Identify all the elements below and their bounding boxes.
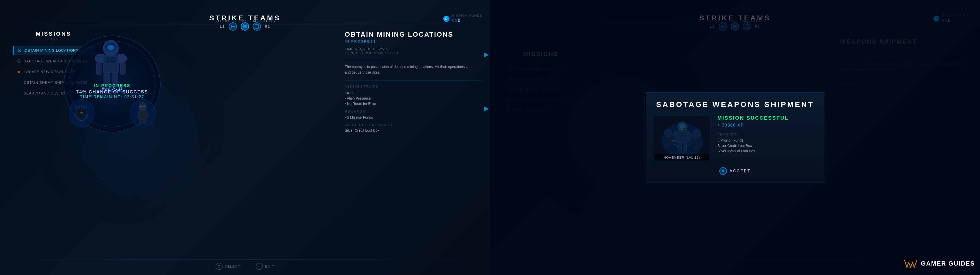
svg-point-11 [108, 46, 113, 50]
svg-rect-26 [137, 111, 140, 118]
left-nav-icon-3[interactable] [253, 22, 261, 30]
left-nav-icon-2[interactable] [241, 22, 249, 30]
left-divider-1 [345, 60, 482, 60]
svg-rect-55 [692, 139, 694, 145]
svg-rect-18 [120, 62, 126, 75]
right-modal-accept-btn[interactable]: ✕ ACCEPT [654, 167, 816, 175]
svg-rect-28 [139, 119, 142, 124]
right-modal-agent-name: November (LVL 12) [654, 154, 710, 161]
left-agent-secondary-right [130, 99, 156, 127]
left-funds-icon: ⬡ [443, 16, 450, 22]
left-progress-text: 74% CHANCE OF SUCCESS [76, 89, 148, 95]
svg-rect-58 [697, 146, 700, 151]
left-nav-arrow-down[interactable]: ▶ [484, 105, 489, 112]
right-modal-reward-2: Silver Material Loot Box [718, 149, 816, 153]
svg-rect-42 [669, 144, 671, 149]
svg-rect-38 [665, 137, 671, 145]
svg-point-4 [19, 50, 20, 51]
right-modal-success: MISSION SUCCESSFUL [718, 115, 816, 121]
left-time-req-val: 02:51:29 [377, 47, 392, 51]
left-mission-icon-2 [17, 70, 21, 74]
left-mission-funds: ⬡ MISSION FUNDS 110 [443, 14, 482, 24]
left-rewards-label: REWARDS: [345, 110, 482, 113]
left-mission-text-4: SEARCH AND DESTROY [24, 91, 70, 95]
left-header: STRIKE TEAMS L1 R1 ⬡ [0, 0, 490, 21]
right-modal-content: November (LVL 12) MISSION SUCCESSFUL + 3… [654, 115, 816, 161]
right-modal-title: SABOTAGE WEAPONS SHIPMENT [654, 100, 816, 109]
svg-point-1 [232, 26, 234, 27]
left-r1-btn[interactable]: R1 [265, 24, 270, 29]
right-panel: STRIKE TEAMS L1 R1 ⬡ MI [490, 0, 980, 275]
right-modal-xp: + 33000 XP [718, 123, 816, 127]
left-pathfinder-0: Silver Credit Loot Box [345, 128, 482, 132]
right-modal-box: SABOTAGE WEAPONS SHIPMENT [646, 92, 824, 183]
svg-text:★: ★ [80, 111, 83, 115]
right-modal-image: November (LVL 12) [654, 115, 710, 161]
right-modal-reward-1: Silver Credit Loot Box [718, 144, 816, 148]
left-alien-svg [132, 102, 153, 125]
left-bottom-select[interactable]: ⬡ SELECT [216, 263, 241, 270]
svg-rect-29 [143, 119, 146, 124]
watermark-logo-svg [903, 257, 918, 270]
left-trait-0: Kett [345, 91, 482, 95]
svg-rect-17 [96, 62, 102, 75]
svg-rect-48 [674, 133, 678, 141]
left-mission-icon-1 [17, 59, 21, 64]
left-nav-arrow-up[interactable]: ▶ [484, 51, 489, 58]
left-trait-1: Alien Presence [345, 96, 482, 100]
svg-point-37 [664, 129, 672, 138]
svg-rect-41 [665, 144, 668, 149]
left-mission-icon-4 [17, 91, 21, 95]
left-pathfinder-label: PATHFINDER REWARDS: [345, 123, 482, 127]
left-l1-btn[interactable]: L1 [220, 24, 225, 29]
right-modal-rewards-label: REWARDS: [718, 133, 816, 136]
right-accept-label: ACCEPT [730, 169, 751, 173]
left-detail-time-req: TIME REQUIRED: 02:51:29 [345, 47, 482, 51]
left-trait-2: No Room for Error [345, 102, 482, 106]
left-bottom-exit[interactable]: ○ EXIT [256, 263, 274, 270]
svg-rect-25 [139, 111, 146, 120]
left-detail-title: OBTAIN MINING LOCATIONS [345, 30, 482, 38]
left-detail-status: IN PROGRESS [345, 40, 482, 43]
right-modal-overlay: SABOTAGE WEAPONS SHIPMENT [490, 0, 980, 275]
left-detail-expires: EXPIRES UPON COMPLETION [345, 51, 482, 55]
left-agent-circle: Hotel LVL 12 IN PROGRESS 74% CHANCE OF S… [64, 36, 161, 132]
left-agent-secondary-left: ★ [69, 99, 94, 127]
right-modal-reward-0: 5 Mission Funds [718, 138, 816, 142]
left-funds-label: MISSION FUNDS [452, 14, 482, 17]
left-shield-svg: ★ [74, 104, 89, 122]
left-select-btn[interactable]: ⬡ [216, 263, 223, 270]
left-exit-label: EXIT [265, 265, 274, 269]
left-mission-details: OBTAIN MINING LOCATIONS IN PROGRESS TIME… [345, 30, 482, 132]
left-nav: L1 R1 [220, 22, 270, 30]
watermark: GAMER GUIDES [903, 257, 975, 270]
svg-rect-54 [693, 138, 700, 147]
right-accept-icon[interactable]: ✕ [719, 167, 727, 175]
svg-rect-39 [663, 138, 665, 143]
svg-point-30 [140, 106, 142, 107]
left-main-agent: Hotel LVL 12 [92, 40, 132, 89]
svg-point-24 [139, 102, 146, 111]
left-nav-icon-1[interactable] [229, 22, 237, 30]
left-time-req-label: TIME REQUIRED: [345, 47, 375, 51]
left-reward-0: 5 Mission Funds [345, 115, 482, 119]
left-agent-svg [92, 40, 130, 87]
svg-rect-56 [701, 139, 703, 145]
svg-point-53 [693, 129, 701, 138]
left-exit-btn[interactable]: ○ [256, 263, 263, 270]
left-status-area: IN PROGRESS 74% CHANCE OF SUCCESS TIME R… [76, 84, 148, 99]
left-detail-desc: The enemy is in possession of detailed m… [345, 64, 482, 75]
left-traits-label: MISSION TRAITS: [345, 84, 482, 88]
left-status-text: IN PROGRESS [76, 84, 148, 88]
svg-point-31 [143, 106, 145, 107]
right-modal-right: MISSION SUCCESSFUL + 33000 XP REWARDS: 5… [718, 115, 816, 161]
left-panel: STRIKE TEAMS L1 R1 ⬡ [0, 0, 490, 275]
watermark-text-label: GAMER GUIDES [921, 260, 975, 267]
left-mission-icon-0 [18, 48, 22, 53]
left-select-label: SELECT [225, 265, 241, 269]
left-title: STRIKE TEAMS [209, 14, 280, 22]
svg-point-46 [679, 124, 685, 129]
left-bottom-nav: ⬡ SELECT ○ EXIT [0, 263, 490, 270]
left-funds-amount: 110 [452, 17, 482, 24]
svg-rect-2 [255, 25, 259, 28]
